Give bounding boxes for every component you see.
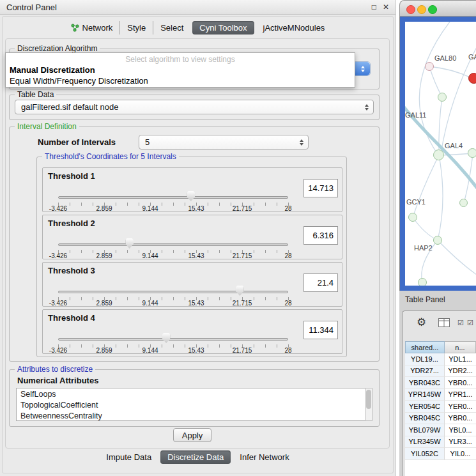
cell-name[interactable]: YIL0... [445, 448, 476, 460]
tab-discretize-data[interactable]: Discretize Data [160, 450, 231, 464]
table-row[interactable]: YBL079WYBL0... [405, 424, 476, 436]
table-row[interactable]: YIL052CYIL0... [405, 448, 476, 460]
network-canvas[interactable]: GAL80 GA GAL11 GAL4 GCY1 HAP2 [405, 22, 476, 286]
slider-scale-label: -3.426 [49, 300, 67, 307]
table-columns-icon[interactable] [438, 318, 450, 327]
network-node[interactable] [433, 150, 444, 160]
slider-track[interactable] [58, 243, 288, 246]
popup-item-manual-discretization[interactable]: Manual Discretization [6, 64, 355, 75]
network-node[interactable] [408, 213, 417, 222]
cell-shared-name[interactable]: YDR27... [405, 365, 445, 378]
tab-jactivemodules-label: jActiveMNodules [263, 23, 325, 33]
combo-stepper-icon [365, 104, 369, 111]
table-row[interactable]: YLR345WYLR3... [405, 436, 476, 449]
threshold-4-slider[interactable] [58, 337, 288, 342]
number-of-intervals-combobox[interactable]: 5 [139, 135, 309, 150]
tab-jactivemodules[interactable]: jActiveMNodules [256, 21, 332, 35]
popup-item-equal-width-frequency[interactable]: Equal Width/Frequency Discretization [6, 75, 355, 86]
column-header-shared-name[interactable]: shared... [405, 341, 445, 353]
threshold-2-label: Threshold 2 [48, 219, 95, 228]
tab-impute-data[interactable]: Impute Data [99, 450, 158, 464]
checkbox-select-icon[interactable]: ☑ [457, 319, 464, 327]
close-window-icon[interactable]: ✕ [383, 3, 389, 11]
network-node[interactable] [418, 278, 427, 286]
network-node-selected[interactable] [468, 73, 476, 84]
list-scrollbar[interactable] [365, 388, 372, 421]
cell-shared-name[interactable]: YER054C [405, 401, 445, 413]
slider-track[interactable] [58, 196, 288, 199]
cell-name[interactable]: YBL0... [445, 424, 476, 436]
threshold-4-label: Threshold 4 [48, 313, 95, 323]
network-node[interactable] [438, 93, 447, 102]
table-data-combobox[interactable]: galFiltered.sif default node [15, 100, 374, 114]
minimize-button[interactable] [417, 5, 426, 14]
network-node[interactable] [433, 236, 442, 245]
threshold-2-slider[interactable] [58, 242, 288, 247]
tab-select[interactable]: Select [153, 21, 190, 35]
column-header-name[interactable]: n... [445, 341, 476, 353]
tab-style[interactable]: Style [119, 21, 153, 35]
close-button[interactable] [406, 5, 415, 14]
network-node[interactable] [425, 62, 434, 71]
cell-shared-name[interactable]: YIL052C [405, 448, 445, 460]
slider-scale-label: 21.715 [233, 252, 252, 259]
threshold-2-value-field[interactable]: 6.316 [303, 226, 338, 245]
attribute-list-item[interactable]: TopologicalCoefficient [20, 400, 372, 411]
cell-name[interactable]: YBR0... [445, 413, 476, 425]
algorithm-placeholder: Select algorithm to view settings [6, 53, 355, 64]
threshold-3-value-field[interactable]: 21.4 [303, 273, 338, 292]
slider-track[interactable] [58, 291, 288, 293]
interval-definition-group-title: Interval Definition [15, 122, 79, 131]
float-window-icon[interactable]: □ [372, 3, 376, 11]
threshold-4-value-field[interactable]: 11.344 [303, 321, 338, 339]
table-row[interactable]: YER054CYER0... [405, 401, 476, 413]
cell-name[interactable]: YLR3... [445, 436, 476, 449]
table-row[interactable]: YDR27...YDR2... [405, 365, 476, 378]
numerical-attributes-list[interactable]: SelfLoopsTopologicalCoefficientBetweenne… [16, 388, 372, 421]
gear-icon[interactable]: ⚙ [417, 316, 426, 329]
apply-button[interactable]: Apply [173, 428, 211, 442]
scrollbar-thumb[interactable] [366, 390, 371, 409]
cell-shared-name[interactable]: YBR043C [405, 377, 445, 389]
tab-network[interactable]: Network [64, 21, 120, 35]
slider-thumb[interactable] [187, 191, 195, 201]
threshold-coordinates-group-title: Threshold's Coordinates for 5 Intervals [42, 152, 179, 161]
attribute-list-item[interactable]: SelfLoops [20, 389, 372, 400]
slider-scale-label: -3.426 [49, 205, 67, 212]
slider-thumb[interactable] [125, 238, 134, 249]
threshold-1-value-field[interactable]: 14.713 [303, 179, 338, 197]
network-view-frame: GAL80 GA GAL11 GAL4 GCY1 HAP2 [399, 17, 476, 291]
network-icon [71, 24, 79, 32]
threshold-3-slider[interactable] [58, 289, 288, 295]
cell-name[interactable]: YPR1... [445, 389, 476, 401]
threshold-1-slider[interactable] [58, 195, 288, 200]
cell-shared-name[interactable]: YDL19... [405, 353, 445, 365]
tab-cyni-toolbox[interactable]: Cyni Toolbox [192, 21, 254, 35]
table-row[interactable]: YBR043CYBR0... [405, 377, 476, 389]
cell-name[interactable]: YBR0... [445, 377, 476, 389]
table-panel-title: Table Panel [405, 295, 445, 304]
slider-scale-label: 2.859 [96, 347, 112, 354]
slider-track[interactable] [58, 338, 288, 341]
checkbox-select-icon[interactable]: ☑ [467, 319, 474, 327]
tab-infer-network[interactable]: Infer Network [233, 450, 296, 464]
table-row[interactable]: YDL19...YDL1... [405, 353, 476, 365]
table-row[interactable]: YBR045CYBR0... [405, 413, 476, 425]
cell-name[interactable]: YDL1... [445, 353, 476, 365]
zoom-button[interactable] [428, 5, 437, 14]
combo-stepper-icon[interactable] [355, 62, 370, 75]
cell-shared-name[interactable]: YBL079W [405, 424, 445, 436]
slider-scale-label: 28 [284, 205, 291, 212]
cell-shared-name[interactable]: YLR345W [405, 436, 445, 449]
slider-thumb[interactable] [236, 286, 244, 296]
network-node[interactable] [468, 148, 476, 158]
network-node[interactable] [459, 199, 468, 207]
cell-name[interactable]: YDR2... [445, 365, 476, 378]
cell-name[interactable]: YER0... [445, 401, 476, 413]
node-label-gal80: GAL80 [434, 54, 456, 62]
cell-shared-name[interactable]: YBR045C [405, 413, 445, 425]
cell-shared-name[interactable]: YPR145W [405, 389, 445, 401]
attribute-list-item[interactable]: BetweennessCentrality [20, 411, 372, 421]
slider-thumb[interactable] [162, 333, 171, 343]
table-row[interactable]: YPR145WYPR1... [405, 389, 476, 401]
